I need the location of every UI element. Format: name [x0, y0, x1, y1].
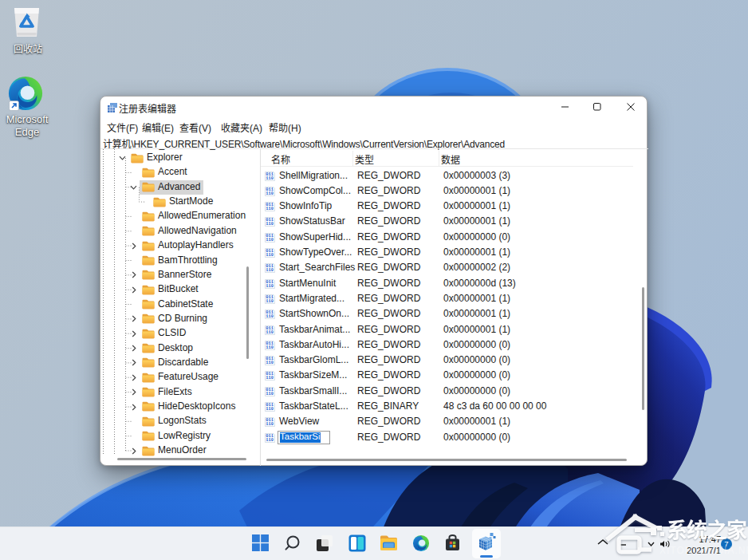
- svg-text:110: 110: [266, 361, 274, 365]
- svg-text:110: 110: [266, 284, 274, 289]
- svg-text:110: 110: [266, 299, 274, 304]
- svg-text:110: 110: [266, 423, 274, 428]
- svg-text:110: 110: [266, 438, 274, 443]
- svg-text:110: 110: [266, 407, 274, 412]
- svg-text:110: 110: [266, 330, 274, 335]
- svg-text:110: 110: [266, 238, 274, 243]
- svg-text:110: 110: [266, 269, 274, 274]
- svg-text:110: 110: [266, 253, 274, 258]
- svg-text:110: 110: [266, 315, 274, 320]
- svg-text:110: 110: [266, 377, 274, 381]
- svg-text:110: 110: [266, 345, 274, 350]
- svg-text:110: 110: [266, 176, 274, 181]
- svg-text:110: 110: [266, 392, 274, 396]
- svg-text:110: 110: [266, 207, 274, 211]
- svg-text:110: 110: [266, 223, 274, 227]
- svg-text:110: 110: [266, 191, 274, 196]
